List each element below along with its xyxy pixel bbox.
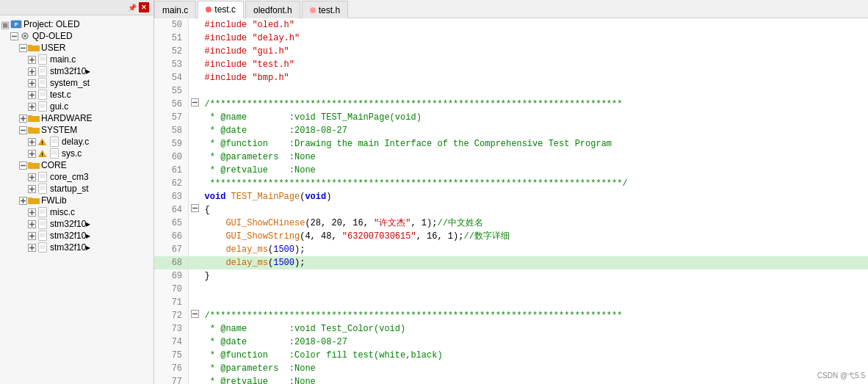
line-marker[interactable] [189, 243, 202, 256]
line-content[interactable]: void TEST_MainPage(void) [202, 190, 868, 203]
line-marker[interactable] [189, 336, 202, 349]
line-marker[interactable] [189, 349, 202, 362]
line-content[interactable]: * @parameters :None [202, 151, 868, 164]
tree-item-gui-c[interactable]: gui.c [0, 101, 153, 112]
tree-item-project-root[interactable]: ▣PProject: OLED [0, 18, 153, 30]
line-content[interactable]: * @function :Drawing the main Interface … [202, 137, 868, 151]
expand-btn[interactable] [18, 113, 28, 123]
line-content[interactable]: /***************************************… [202, 98, 868, 111]
line-marker[interactable] [189, 151, 202, 164]
line-marker[interactable] [189, 32, 202, 45]
tab-test-c[interactable]: test.c [198, 1, 244, 18]
tab-test-h[interactable]: test.h [302, 1, 348, 18]
expand-btn[interactable] [26, 148, 37, 159]
tree-item-test-c[interactable]: test.c [0, 89, 153, 101]
expand-btn[interactable] [26, 231, 37, 241]
line-marker[interactable] [189, 269, 202, 283]
expand-btn[interactable] [18, 195, 28, 206]
tree-item-hardware-folder[interactable]: HARDWARE [0, 112, 153, 124]
line-content[interactable]: * @name :void TEST_MainPage(void) [202, 111, 868, 124]
tree-item-qd-oled[interactable]: QD-OLED [0, 30, 153, 42]
line-content[interactable]: * @parameters :None [202, 362, 868, 375]
line-marker[interactable] [189, 322, 202, 336]
line-content[interactable]: GUI_ShowCHinese(28, 20, 16, "许文杰", 1);//… [202, 217, 868, 230]
line-content[interactable]: #include "oled.h" [202, 18, 868, 32]
code-area[interactable]: 50#include "oled.h"51#include "delay.h"5… [154, 18, 868, 384]
line-marker[interactable] [189, 84, 202, 98]
line-content[interactable]: #include "delay.h" [202, 32, 868, 45]
line-marker[interactable] [189, 71, 202, 84]
line-content[interactable]: delay_ms(1500); [202, 256, 868, 269]
tree-item-system-st[interactable]: system_st [0, 77, 153, 89]
line-content[interactable]: ****************************************… [202, 177, 868, 190]
tree-item-main-c[interactable]: main.c [0, 54, 153, 65]
line-marker[interactable] [189, 190, 202, 203]
tree-item-stm32f10-1[interactable]: stm32f10▸ [0, 65, 153, 77]
line-content[interactable]: GUI_ShowString(4, 48, "632007030615", 16… [202, 230, 868, 243]
line-marker[interactable] [189, 137, 202, 151]
tree-item-core-folder[interactable]: CORE [0, 159, 153, 171]
tree-item-fwlib-folder[interactable]: FWLib [0, 195, 153, 206]
expand-btn[interactable] [26, 54, 37, 65]
line-content[interactable]: #include "test.h" [202, 58, 868, 71]
line-marker[interactable] [189, 203, 202, 217]
line-marker[interactable] [189, 58, 202, 71]
expand-btn[interactable] [26, 184, 37, 194]
line-marker[interactable] [189, 256, 202, 269]
line-content[interactable]: } [202, 269, 868, 283]
line-marker[interactable] [189, 18, 202, 32]
tree-item-core-cm3[interactable]: core_cm3 [0, 171, 153, 183]
expand-btn[interactable] [26, 78, 37, 88]
close-panel-button[interactable]: ✕ [139, 2, 149, 12]
line-content[interactable]: #include "gui.h" [202, 45, 868, 58]
tree-item-system-folder[interactable]: SYSTEM [0, 124, 153, 136]
line-content[interactable]: * @date :2018-08-27 [202, 336, 868, 349]
expand-btn[interactable] [26, 207, 37, 217]
line-content[interactable]: * @retvalue :None [202, 375, 868, 384]
expand-btn[interactable] [18, 125, 28, 135]
line-content[interactable]: { [202, 203, 868, 217]
expand-btn[interactable] [26, 242, 37, 253]
expand-btn[interactable] [26, 90, 37, 100]
line-content[interactable] [202, 283, 868, 296]
expand-btn[interactable] [9, 31, 19, 41]
line-marker[interactable] [189, 45, 202, 58]
line-content[interactable]: delay_ms(1500); [202, 243, 868, 256]
tree-item-stm32f10-2[interactable]: stm32f10▸ [0, 218, 153, 230]
line-content[interactable] [202, 84, 868, 98]
tab-oledfont-h[interactable]: oledfont.h [245, 1, 300, 18]
tree-item-sys-c[interactable]: !sys.c [0, 148, 153, 159]
line-marker[interactable] [189, 111, 202, 124]
line-marker[interactable] [189, 362, 202, 375]
expand-btn[interactable]: ▣ [0, 19, 10, 29]
line-content[interactable]: #include "bmp.h" [202, 71, 868, 84]
line-marker[interactable] [189, 124, 202, 137]
line-marker[interactable] [189, 164, 202, 177]
line-marker[interactable] [189, 177, 202, 190]
tree-item-stm32f10-4[interactable]: stm32f10▸ [0, 242, 153, 253]
tab-main-c[interactable]: main.c [154, 1, 196, 18]
line-content[interactable]: * @name :void Test_Color(void) [202, 322, 868, 336]
line-marker[interactable] [189, 98, 202, 111]
expand-btn[interactable] [18, 160, 28, 170]
line-content[interactable]: * @date :2018-08-27 [202, 124, 868, 137]
tree-item-misc-c[interactable]: misc.c [0, 206, 153, 218]
pin-icon[interactable]: 📌 [127, 2, 137, 12]
line-marker[interactable] [189, 296, 202, 309]
line-marker[interactable] [189, 217, 202, 230]
expand-btn[interactable] [26, 66, 37, 76]
expand-btn[interactable] [18, 43, 28, 53]
line-content[interactable]: * @function :Color fill test(white,black… [202, 349, 868, 362]
line-marker[interactable] [189, 309, 202, 322]
tree-item-startup-st[interactable]: startup_st [0, 183, 153, 195]
expand-btn[interactable] [26, 137, 37, 147]
tree-item-user-folder[interactable]: USER [0, 42, 153, 54]
line-marker[interactable] [189, 230, 202, 243]
expand-btn[interactable] [26, 172, 37, 182]
line-marker[interactable] [189, 375, 202, 384]
line-marker[interactable] [189, 283, 202, 296]
expand-btn[interactable] [26, 219, 37, 229]
line-content[interactable]: /***************************************… [202, 309, 868, 322]
line-content[interactable] [202, 296, 868, 309]
line-content[interactable]: * @retvalue :None [202, 164, 868, 177]
